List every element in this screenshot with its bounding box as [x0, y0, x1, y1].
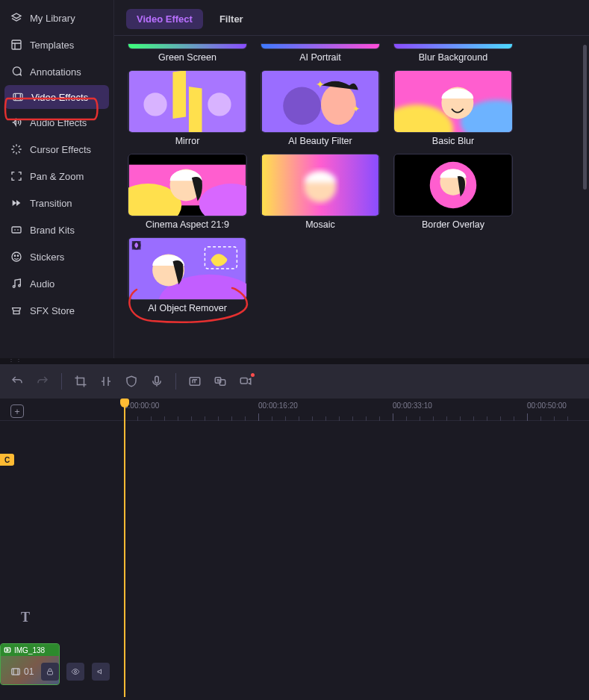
svg-point-15 — [321, 84, 356, 125]
sidebar-item-templates[interactable]: Templates — [0, 31, 113, 58]
sidebar-item-audio-effects[interactable]: Audio Effects — [0, 109, 113, 136]
effect-card-ai-beauty[interactable]: ✦ ✦ AI Beauty Filter — [259, 70, 381, 146]
svg-point-3 — [12, 252, 21, 261]
effect-card-cinema-aspect[interactable]: Cinema Aspect 21:9 — [126, 154, 249, 230]
tab-filter[interactable]: Filter — [209, 9, 254, 29]
effect-label: AI Beauty Filter — [288, 136, 352, 146]
effect-card-mosaic[interactable]: Mosaic — [259, 154, 381, 230]
sidebar-item-stickers[interactable]: Stickers — [0, 243, 113, 270]
tab-video-effect[interactable]: Video Effect — [126, 9, 203, 29]
template-icon — [10, 39, 22, 51]
timeline-toolbar — [0, 364, 589, 399]
effect-card-mirror[interactable]: Mirror — [126, 70, 249, 146]
panel-resize-handle[interactable]: ⋮⋮ — [0, 358, 589, 364]
effect-card-green-screen[interactable]: Green Screen — [126, 43, 249, 63]
svg-point-4 — [14, 255, 15, 256]
video-clip-name: IMG_138 — [14, 646, 45, 654]
sidebar-item-brand-kits[interactable]: Brand Kits — [0, 216, 113, 243]
mute-track-button[interactable] — [92, 663, 110, 681]
microphone-button[interactable] — [150, 375, 163, 388]
content-panel: Video Effect Filter Green Screen AI Port… — [113, 0, 589, 358]
lock-track-button[interactable] — [41, 663, 59, 681]
timeline: ＋ 0:00:00:00 00:00:16:20 00:00:33:10 00:… — [0, 399, 589, 700]
sidebar: My Library Templates Annotations Video E… — [0, 0, 113, 358]
effect-label: Blur Background — [419, 52, 487, 63]
split-button[interactable] — [99, 375, 113, 388]
svg-rect-22 — [447, 93, 467, 96]
svg-point-14 — [283, 87, 321, 125]
svg-text:✦: ✦ — [316, 79, 325, 90]
sidebar-label: Audio — [30, 278, 54, 290]
shield-button[interactable] — [125, 375, 138, 388]
ruler-label: 00:00:50:00 — [527, 401, 567, 410]
pan-zoom-icon — [10, 170, 22, 182]
effect-card-border-overlay[interactable]: Border Overlay — [392, 154, 514, 230]
transition-icon — [10, 197, 22, 209]
playhead[interactable] — [124, 399, 125, 697]
tracks-area[interactable]: C T IMG_138 01 — [0, 421, 589, 700]
effect-card-ai-portrait[interactable]: AI Portrait — [259, 43, 381, 63]
svg-rect-1 — [13, 93, 22, 100]
scrollbar[interactable] — [583, 45, 587, 190]
sidebar-label: Stickers — [30, 251, 64, 263]
sidebar-label: My Library — [30, 13, 75, 24]
undo-button[interactable] — [10, 375, 24, 388]
svg-rect-43 — [12, 669, 20, 675]
effect-thumb — [393, 70, 513, 133]
effect-label: Basic Blur — [432, 136, 474, 146]
svg-text:✦: ✦ — [352, 104, 360, 113]
effect-thumb — [128, 70, 247, 133]
redo-button[interactable] — [36, 375, 49, 388]
subtitle-sync-button[interactable] — [239, 375, 252, 388]
effect-label: Cinema Aspect 21:9 — [146, 219, 229, 230]
track-footer: 01 — [10, 663, 110, 681]
sidebar-label: SFX Store — [30, 305, 75, 316]
sidebar-label: Audio Effects — [30, 117, 87, 128]
svg-point-11 — [143, 93, 166, 116]
sidebar-label: Video Effects — [31, 92, 88, 103]
effect-card-basic-blur[interactable]: Basic Blur — [392, 70, 514, 146]
effect-thumb — [393, 43, 513, 49]
svg-rect-2 — [12, 227, 21, 233]
effect-thumb — [128, 43, 247, 49]
crop-button[interactable] — [74, 375, 87, 388]
text-caption-button[interactable] — [188, 375, 202, 388]
sidebar-item-annotations[interactable]: Annotations — [0, 58, 113, 85]
text-track-icon[interactable]: T — [21, 610, 30, 625]
effect-label: Mirror — [175, 136, 200, 146]
separator — [61, 373, 62, 390]
sidebar-item-sfx-store[interactable]: SFX Store — [0, 297, 113, 324]
sidebar-label: Pan & Zoom — [30, 171, 84, 182]
svg-point-6 — [13, 286, 15, 288]
effect-label: Green Screen — [158, 52, 216, 63]
music-note-icon — [10, 278, 22, 290]
sidebar-label: Transition — [30, 198, 72, 209]
effect-card-blur-background[interactable]: Blur Background — [392, 43, 514, 63]
speech-bubble-icon — [10, 66, 22, 78]
svg-rect-41 — [240, 378, 247, 384]
sidebar-item-audio[interactable]: Audio — [0, 270, 113, 297]
marker-clip[interactable]: C — [0, 454, 14, 466]
effect-thumb: ✦ ✦ — [261, 70, 380, 133]
timeline-ruler[interactable]: 0:00:00:00 00:00:16:20 00:00:33:10 00:00… — [0, 399, 589, 421]
svg-rect-10 — [189, 87, 202, 132]
brand-kit-icon — [10, 224, 22, 236]
sidebar-label: Templates — [30, 40, 74, 51]
sidebar-item-library[interactable]: My Library — [0, 4, 113, 31]
cursor-sparkle-icon — [10, 143, 22, 155]
audio-effects-icon — [10, 116, 22, 128]
svg-point-45 — [75, 671, 77, 673]
layers-icon — [10, 12, 22, 24]
svg-point-5 — [17, 255, 18, 256]
toggle-visibility-button[interactable] — [66, 663, 84, 681]
sidebar-item-pan-zoom[interactable]: Pan & Zoom — [0, 163, 113, 190]
translate-button[interactable] — [214, 375, 227, 388]
sidebar-item-transition[interactable]: Transition — [0, 190, 113, 216]
effect-card-ai-object-remover[interactable]: AI Object Remover — [126, 237, 249, 313]
effect-thumb — [128, 237, 247, 300]
svg-rect-9 — [172, 71, 186, 119]
sidebar-item-cursor-effects[interactable]: Cursor Effects — [0, 136, 113, 163]
sidebar-item-video-effects[interactable]: Video Effects — [4, 85, 109, 109]
effect-thumb — [128, 154, 247, 216]
video-clip-header: IMG_138 — [1, 644, 59, 656]
